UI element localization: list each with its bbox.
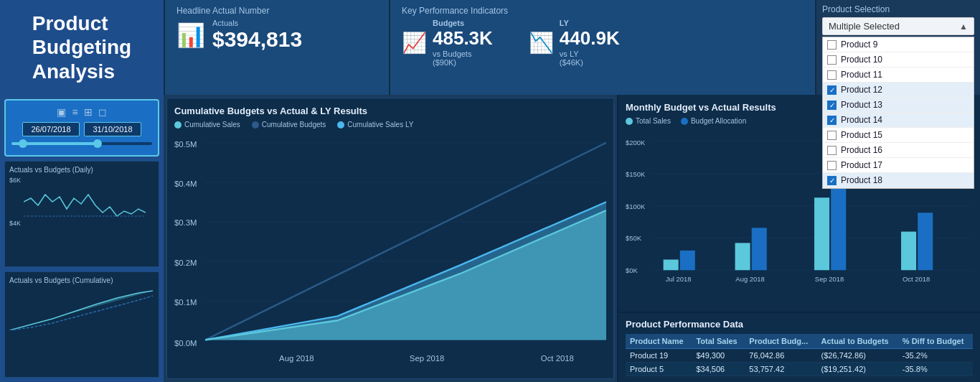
kpi-label: Key Performance Indicators (402, 6, 804, 16)
legend-cumulative-ly: Cumulative Sales LY (337, 121, 413, 129)
list-item[interactable]: ✓Product 13 (823, 98, 974, 113)
list-item[interactable]: ✓Product 14 (823, 113, 974, 128)
actuals-cumulative-chart (9, 287, 153, 330)
checkbox-unchecked-icon (827, 131, 837, 140)
date-filter-box: ▣ ≡ ⊞ ◻ 26/07/2018 31/10/2018 (4, 99, 159, 157)
table-cell: ($19,251.42) (817, 363, 898, 376)
list-item[interactable]: Product 11 (823, 67, 974, 83)
budgets-name: Budgets (433, 19, 493, 27)
checkbox-checked-icon: ✓ (827, 85, 837, 95)
svg-rect-31 (735, 243, 750, 270)
dropdown-text: Multiple Selected (829, 21, 900, 32)
table-cell: ($26,742.86) (817, 349, 898, 363)
svg-text:Aug 2018: Aug 2018 (735, 275, 764, 283)
svg-text:Sep 2018: Sep 2018 (410, 354, 445, 363)
legend-budget-alloc: Budget Allocation (681, 117, 746, 125)
col-actual-to-budget: Actual to Budgets (817, 334, 898, 349)
checkbox-unchecked-icon (827, 70, 837, 80)
chevron-up-icon: ▲ (959, 22, 968, 32)
svg-rect-33 (814, 197, 829, 270)
title-panel: Product Budgeting Analysis (0, 0, 164, 95)
product-selection-dropdown[interactable]: Multiple Selected ▲ (822, 17, 974, 35)
product-item-label: Product 17 (841, 160, 882, 170)
date-start-field[interactable]: 26/07/2018 (22, 122, 80, 136)
table-cell: $34,506 (692, 363, 745, 376)
kpi-ly: 📉 LY 440.9K vs LY ($46K) (529, 19, 620, 67)
checkbox-checked-icon: ✓ (827, 101, 837, 110)
ly-name: LY (560, 19, 620, 27)
actuals-daily-box: Actuals vs Budgets (Daily) $6K $4K (4, 161, 159, 267)
product-item-label: Product 10 (841, 55, 882, 65)
cumulative-chart-area: $0.5M $0.4M $0.3M $0.2M $0.1M $0.0M (174, 134, 606, 371)
product-list: Product 9Product 10Product 11✓Product 12… (822, 37, 974, 189)
list-item[interactable]: ✓Product 18 (823, 173, 974, 188)
headline-label: Headline Actual Number (176, 6, 377, 16)
checkbox-unchecked-icon (827, 161, 837, 170)
list-item[interactable]: ✓Product 12 (823, 83, 974, 98)
checkbox-checked-icon: ✓ (827, 116, 837, 125)
table-cell: -35.8% (898, 363, 973, 376)
date-slider[interactable] (11, 142, 152, 145)
date-end-field[interactable]: 31/10/2018 (84, 122, 141, 136)
svg-text:$50K: $50K (626, 234, 642, 242)
svg-text:$0.2M: $0.2M (174, 258, 197, 266)
daily-y-min: $4K (9, 220, 21, 227)
cumulative-chart-title: Cumulative Budgets vs Actual & LY Result… (174, 106, 606, 116)
list-item[interactable]: Product 9 (823, 37, 974, 52)
table-row: Product 19$49,30076,042.86($26,742.86)-3… (626, 349, 973, 363)
filter-icon-4: ◻ (98, 106, 107, 118)
actuals-cumulative-box: Actuals vs Budgets (Cumulative) (4, 271, 159, 378)
main-chart-panel: Cumulative Budgets vs Actual & LY Result… (166, 98, 614, 379)
svg-rect-32 (752, 228, 767, 270)
product-item-label: Product 12 (841, 85, 882, 95)
list-item[interactable]: Product 16 (823, 143, 974, 158)
svg-text:$150K: $150K (626, 170, 646, 178)
product-item-label: Product 13 (841, 100, 882, 110)
svg-text:$200K: $200K (626, 139, 646, 146)
svg-text:$0K: $0K (626, 266, 639, 274)
table-cell: $49,300 (692, 349, 745, 363)
budgets-diff: ($90K) (433, 58, 456, 67)
checkbox-unchecked-icon (827, 40, 837, 50)
date-slider-right-thumb[interactable] (93, 139, 102, 148)
svg-text:Jul 2018: Jul 2018 (666, 275, 692, 283)
checkbox-checked-icon: ✓ (827, 176, 837, 185)
svg-rect-29 (664, 259, 679, 270)
list-item[interactable]: Product 17 (823, 158, 974, 173)
actuals-icon: 📊 (176, 22, 205, 49)
product-item-label: Product 9 (841, 39, 877, 50)
product-item-label: Product 11 (841, 70, 882, 80)
actuals-cumulative-title: Actuals vs Budgets (Cumulative) (9, 276, 154, 284)
svg-rect-35 (901, 232, 916, 271)
checkbox-unchecked-icon (827, 146, 837, 155)
product-item-label: Product 18 (841, 175, 882, 185)
svg-text:$0.0M: $0.0M (174, 338, 197, 347)
list-item[interactable]: Product 10 (823, 52, 974, 67)
table-cell: Product 5 (626, 363, 692, 376)
table-panel: Product Performance Data Product Name To… (618, 313, 980, 382)
svg-text:$0.1M: $0.1M (174, 298, 197, 307)
budgets-diff-label: vs Budgets (433, 50, 471, 58)
svg-text:$0.3M: $0.3M (174, 218, 197, 227)
product-item-label: Product 14 (841, 115, 882, 125)
date-slider-left-thumb[interactable] (19, 139, 27, 148)
product-item-label: Product 15 (841, 130, 882, 140)
table-cell: 76,042.86 (745, 349, 816, 363)
headline-panel: Headline Actual Number 📊 Actuals $394,81… (164, 0, 389, 95)
actuals-value: $394,813 (212, 27, 302, 52)
left-sidebar: ▣ ≡ ⊞ ◻ 26/07/2018 31/10/2018 Actuals vs… (0, 95, 164, 382)
legend-cumulative-budgets: Cumulative Budgets (252, 121, 326, 129)
svg-text:$100K: $100K (626, 202, 646, 210)
product-item-label: Product 16 (841, 145, 882, 155)
legend-cumulative-sales: Cumulative Sales (174, 121, 240, 129)
table-cell: 53,757.42 (745, 363, 816, 376)
actuals-daily-title: Actuals vs Budgets (Daily) (9, 166, 154, 174)
list-item[interactable]: Product 15 (823, 128, 974, 143)
filter-icon-2: ≡ (72, 106, 77, 118)
ly-diff-label: vs LY (560, 50, 579, 58)
svg-text:$0.5M: $0.5M (174, 139, 197, 148)
col-product-budget: Product Budg... (745, 334, 816, 349)
product-selection-label: Product Selection (822, 4, 974, 14)
kpi-budgets: 📈 Budgets 485.3K vs Budgets ($90K) (402, 19, 493, 67)
ly-value: 440.9K (560, 27, 620, 50)
